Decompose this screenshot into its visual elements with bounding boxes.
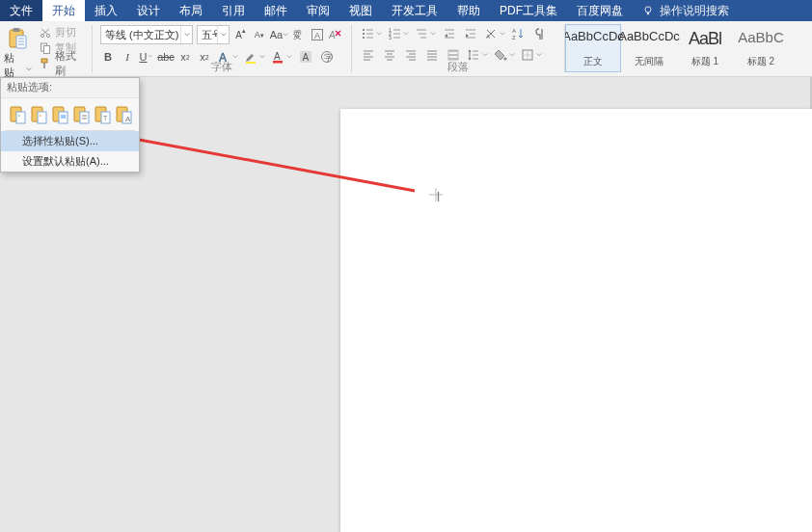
- paste-keep-source-icon[interactable]: [7, 103, 27, 124]
- svg-text:T: T: [103, 115, 108, 121]
- format-painter-button[interactable]: 格式刷: [38, 56, 86, 70]
- paste-link-icon[interactable]: A: [113, 103, 133, 124]
- paste-options-header: 粘贴选项:: [1, 78, 139, 98]
- align-distributed-button[interactable]: [445, 46, 462, 64]
- align-center-button[interactable]: [381, 46, 398, 64]
- svg-text:字: 字: [324, 53, 333, 63]
- tab-view[interactable]: 视图: [339, 0, 382, 21]
- paste-icon: [7, 27, 28, 50]
- asian-layout-button[interactable]: A: [483, 25, 506, 42]
- tab-developer[interactable]: 开发工具: [382, 0, 447, 21]
- tab-layout[interactable]: 布局: [170, 0, 212, 21]
- svg-rect-13: [43, 63, 45, 68]
- superscript-button[interactable]: x2: [197, 48, 212, 66]
- paste-picture-icon[interactable]: [49, 103, 69, 124]
- tab-home[interactable]: 开始: [42, 0, 85, 21]
- style-preview: AaBl: [689, 29, 721, 49]
- decrease-indent-button[interactable]: [441, 25, 458, 42]
- borders-button[interactable]: [520, 46, 543, 64]
- font-size-combo[interactable]: 五号: [197, 25, 230, 44]
- tab-design[interactable]: 设计: [127, 0, 170, 21]
- sort-button[interactable]: AZ: [510, 25, 526, 42]
- bold-button[interactable]: B: [100, 48, 116, 66]
- chevron-down-icon: [26, 63, 32, 68]
- tell-me-search[interactable]: 操作说明搜索: [633, 0, 739, 21]
- tab-references[interactable]: 引用: [212, 0, 255, 21]
- highlight-button[interactable]: [243, 48, 266, 66]
- paste-special-menu-item[interactable]: 选择性粘贴(S)...: [1, 131, 139, 151]
- numbering-button[interactable]: 123: [387, 25, 410, 42]
- group-paragraph: 123 A AZ 段落: [352, 21, 564, 76]
- shrink-font-button[interactable]: A▾: [252, 26, 266, 43]
- increase-indent-button[interactable]: [462, 25, 479, 42]
- copy-icon: [40, 42, 51, 54]
- format-painter-icon: [40, 58, 51, 69]
- align-left-button[interactable]: [360, 46, 377, 64]
- svg-text:A: A: [274, 51, 281, 62]
- tab-help[interactable]: 帮助: [447, 0, 490, 21]
- shading-button[interactable]: [493, 46, 516, 64]
- line-spacing-button[interactable]: [466, 46, 489, 64]
- group-font: 等线 (中文正文) 五号 A▴ A▾ Aa 変wén A A B I U abc…: [93, 21, 351, 76]
- style-normal[interactable]: AaBbCcDc 正文: [565, 24, 621, 72]
- paste-keep-text-icon[interactable]: [70, 103, 91, 124]
- multilevel-list-button[interactable]: [414, 25, 437, 42]
- set-default-paste-menu-item[interactable]: 设置默认粘贴(A)...: [1, 151, 139, 172]
- show-hide-marks-button[interactable]: [529, 25, 547, 42]
- cut-button[interactable]: 剪切: [38, 25, 86, 40]
- style-heading-2[interactable]: AaBbC 标题 2: [733, 24, 789, 72]
- tell-me-label: 操作说明搜索: [660, 3, 729, 19]
- clear-formatting-button[interactable]: A: [329, 26, 343, 43]
- format-painter-label: 格式刷: [55, 49, 84, 78]
- enclose-char-button[interactable]: 字: [318, 48, 336, 66]
- svg-point-31: [363, 37, 365, 39]
- font-name-combo[interactable]: 等线 (中文正文): [100, 25, 193, 44]
- line-spacing-icon: [466, 48, 481, 62]
- paste-button[interactable]: 粘贴: [2, 25, 34, 82]
- document-page[interactable]: [340, 109, 812, 532]
- char-shading-button[interactable]: A: [297, 48, 314, 66]
- subscript-button[interactable]: x2: [177, 48, 193, 66]
- chevron-down-icon: [375, 31, 383, 37]
- tab-baidu-netdisk[interactable]: 百度网盘: [567, 0, 633, 21]
- chevron-down-icon: [481, 52, 489, 58]
- svg-rect-11: [43, 45, 49, 53]
- paste-merge-formatting-icon[interactable]: [28, 103, 48, 124]
- tab-insert[interactable]: 插入: [85, 0, 127, 21]
- font-color-icon: A: [270, 50, 285, 64]
- svg-point-27: [363, 29, 365, 31]
- svg-text:A: A: [314, 31, 320, 40]
- tab-pdf-tools[interactable]: PDF工具集: [490, 0, 567, 21]
- style-name: 无间隔: [635, 55, 663, 68]
- ribbon: 粘贴 剪切 复制: [0, 21, 812, 77]
- svg-rect-1: [647, 13, 649, 14]
- italic-button[interactable]: I: [120, 48, 135, 66]
- svg-rect-81: [38, 112, 46, 123]
- underline-button[interactable]: U: [139, 48, 154, 66]
- group-clipboard: 粘贴 剪切 复制: [0, 21, 92, 76]
- svg-text:A: A: [512, 28, 516, 34]
- tab-mailings[interactable]: 邮件: [255, 0, 297, 21]
- align-right-button[interactable]: [402, 46, 420, 64]
- change-case-button[interactable]: Aa: [270, 26, 287, 43]
- clipboard-side-buttons: 剪切 复制 格式刷: [38, 25, 86, 70]
- strikethrough-button[interactable]: abc: [158, 48, 174, 66]
- style-no-spacing[interactable]: AaBbCcDc 无间隔: [621, 24, 677, 72]
- align-justify-button[interactable]: [423, 46, 441, 64]
- tab-review[interactable]: 审阅: [297, 0, 339, 21]
- paint-bucket-icon: [493, 48, 508, 62]
- phonetic-guide-button[interactable]: 変wén: [291, 26, 306, 43]
- svg-text:A: A: [125, 115, 131, 123]
- grow-font-button[interactable]: A▴: [233, 26, 248, 43]
- style-heading-1[interactable]: AaBl 标题 1: [677, 24, 733, 72]
- paste-values-icon[interactable]: T: [92, 103, 112, 124]
- font-color-button[interactable]: A: [270, 48, 293, 66]
- chevron-down-icon: [217, 26, 229, 43]
- svg-text:A: A: [486, 34, 490, 40]
- svg-text:3: 3: [389, 35, 392, 40]
- chevron-down-icon: [402, 31, 410, 37]
- tab-file[interactable]: 文件: [0, 0, 42, 21]
- text-effects-button[interactable]: A: [216, 48, 239, 66]
- bullets-button[interactable]: [360, 25, 383, 42]
- char-border-button[interactable]: A: [311, 26, 325, 43]
